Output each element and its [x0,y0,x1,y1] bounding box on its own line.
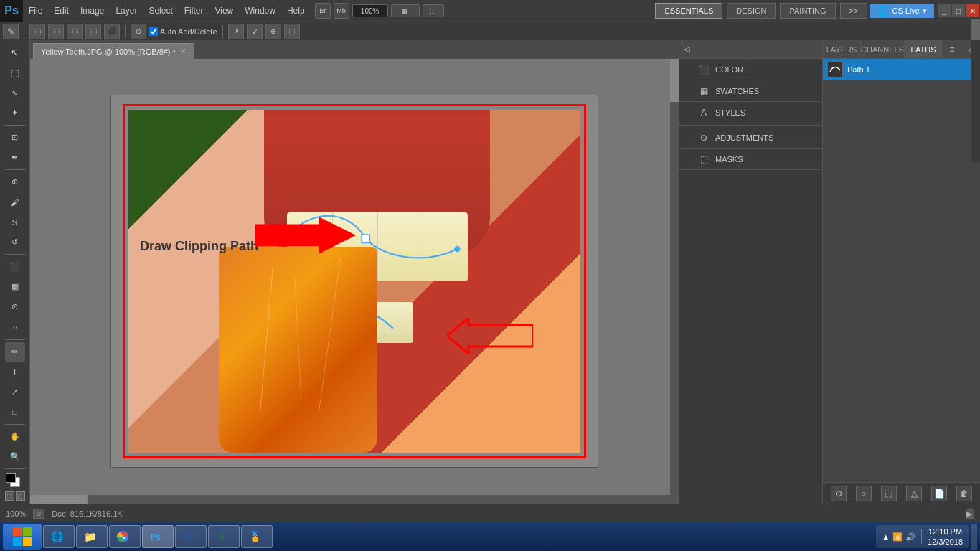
path-row-1[interactable]: Path 1 [823,59,980,80]
auto-add-delete-checkbox[interactable]: Auto Add/Delete [149,27,217,36]
blur-tool[interactable]: ⊙ [5,297,25,316]
tray-volume[interactable]: 🔊 [905,532,915,542]
word-icon: W [182,529,196,544]
zoom-menu-btn[interactable]: ⊙ [33,509,44,519]
zoom-field[interactable]: 100% [352,4,388,17]
menu-image[interactable]: Image [75,0,110,22]
move-tool[interactable]: ↖ [5,43,25,62]
show-desktop-btn[interactable] [971,524,977,550]
h-scroll-thumb[interactable] [30,495,88,504]
tool-option-a[interactable]: ↗ [228,24,244,39]
taskbar-browser[interactable]: 🌐 [43,525,75,548]
masks-panel-item[interactable]: ⬚ MASKS [679,149,822,170]
channels-tab[interactable]: CHANNELS [861,40,905,59]
crop-tool[interactable]: ⊡ [5,128,25,147]
essentials-btn[interactable]: ESSENTIALS [655,3,722,19]
tool-option-d[interactable]: ⬚ [284,24,300,39]
minimize-btn[interactable]: _ [938,4,951,17]
shape-tool[interactable]: □ [5,402,25,422]
stroke-path-btn[interactable]: ○ [856,486,872,501]
paths-tab[interactable]: PATHS [905,40,943,59]
vertical-scrollbar[interactable] [670,59,679,504]
make-mask-btn[interactable]: △ [906,486,922,501]
dodge-tool[interactable]: ○ [5,318,25,337]
menu-help[interactable]: Help [281,0,311,22]
screen-mode[interactable]: ⬚ [423,4,444,17]
path-options-2[interactable]: ⬚ [48,24,64,39]
tray-network[interactable]: 📶 [892,532,903,542]
panel-collapse-btn[interactable]: ◁ [679,40,822,59]
eraser-tool[interactable]: ⬛ [5,257,25,276]
quick-mask[interactable]: ⬚ [5,491,14,501]
menu-view[interactable]: View [209,0,239,22]
taskbar-explorer[interactable]: 📁 [76,525,108,548]
document-tab[interactable]: Yellow Teeth.JPG @ 100% (RGB/8#) * ✕ [33,43,194,59]
magic-wand-tool[interactable]: ✦ [5,103,25,123]
healing-brush[interactable]: ⊕ [5,172,25,192]
taskbar-chrome[interactable] [109,525,141,548]
v-scroll-thumb[interactable] [670,59,679,102]
menu-layer[interactable]: Layer [110,0,143,22]
taskbar-word[interactable]: W [175,525,207,548]
tool-option-b[interactable]: ↙ [247,24,263,39]
menu-edit[interactable]: Edit [48,0,75,22]
menu-filter[interactable]: Filter [179,0,209,22]
canvas-content[interactable]: Draw Clipping Path [30,59,679,504]
fill-path-btn[interactable]: ⊙ [831,486,847,501]
type-tool[interactable]: T [5,362,25,382]
close-btn[interactable]: ✕ [966,4,979,17]
auto-add-delete-input[interactable] [149,27,158,36]
menu-file[interactable]: File [23,0,48,22]
path-options-1[interactable]: ⬚ [29,24,45,39]
tool-option-c[interactable]: ⊕ [265,24,281,39]
close-tab-btn[interactable]: ✕ [180,47,187,56]
path-options-5[interactable]: ⬛ [104,24,120,39]
menu-window[interactable]: Window [239,0,281,22]
lcp-scrollbar[interactable] [971,59,980,162]
path-selection[interactable]: ↗ [5,382,25,402]
pen-tool-options[interactable]: ✎ [3,24,19,39]
screen-mode-icon[interactable]: □ [16,491,25,501]
taskbar-extra[interactable]: 🏅 [241,525,273,548]
system-clock[interactable]: 12:10 PM 12/3/2018 [928,527,963,547]
bridge-btn[interactable]: Br [315,3,331,19]
history-brush[interactable]: ↺ [5,232,25,252]
pen-tool[interactable]: ✏ [5,342,25,362]
layers-tab[interactable]: LAYERS [823,40,861,59]
lcp-menu-btn[interactable]: ≡ [943,40,961,59]
delete-path-btn[interactable]: 🗑 [956,486,972,501]
taskbar-photoshop[interactable]: Ps [142,525,174,548]
taskbar-excel[interactable]: X [208,525,240,548]
hand-tool[interactable]: ✋ [5,427,25,446]
styles-panel-item[interactable]: A STYLES [679,102,822,123]
more-workspaces-btn[interactable]: >> [840,3,868,19]
swatches-label: SWATCHES [715,87,759,95]
design-btn[interactable]: DESIGN [727,3,776,19]
zoom-tool[interactable]: 🔍 [5,447,25,466]
lasso-tool[interactable]: ∿ [5,83,25,103]
scroll-right-btn[interactable]: ▶ [966,509,974,519]
menu-select[interactable]: Select [143,0,178,22]
maximize-btn[interactable]: □ [952,4,965,17]
marquee-tool[interactable]: ⬚ [5,63,25,83]
cs-live-btn[interactable]: 🌐 CS Live ▾ [870,4,934,18]
gradient-tool[interactable]: ▦ [5,277,25,296]
brush-tool[interactable]: 🖌 [5,192,25,212]
start-button[interactable] [3,524,42,550]
painting-btn[interactable]: PAINTING [780,3,835,19]
adjustments-panel-item[interactable]: ⊙ ADJUSTMENTS [679,127,822,149]
path-options-4[interactable]: ⬚ [85,24,101,39]
load-as-selection-btn[interactable]: ⬚ [881,486,897,501]
color-swatches[interactable] [6,473,24,488]
rubber-band-btn[interactable]: ⊙ [131,24,146,39]
eyedropper-tool[interactable]: ✒ [5,148,25,167]
mini-bridge-btn[interactable]: Mb [334,3,349,19]
swatches-panel-item[interactable]: ▦ SWATCHES [679,80,822,102]
color-panel-item[interactable]: ⬛ COLOR [679,59,822,80]
view-mode[interactable]: ▦ [391,4,420,17]
horizontal-scrollbar[interactable] [30,495,670,504]
clone-stamp[interactable]: S [5,212,25,232]
path-options-3[interactable]: ⬚ [67,24,83,39]
new-path-btn[interactable]: 📄 [931,486,947,501]
tray-arrow[interactable]: ▲ [882,532,890,541]
